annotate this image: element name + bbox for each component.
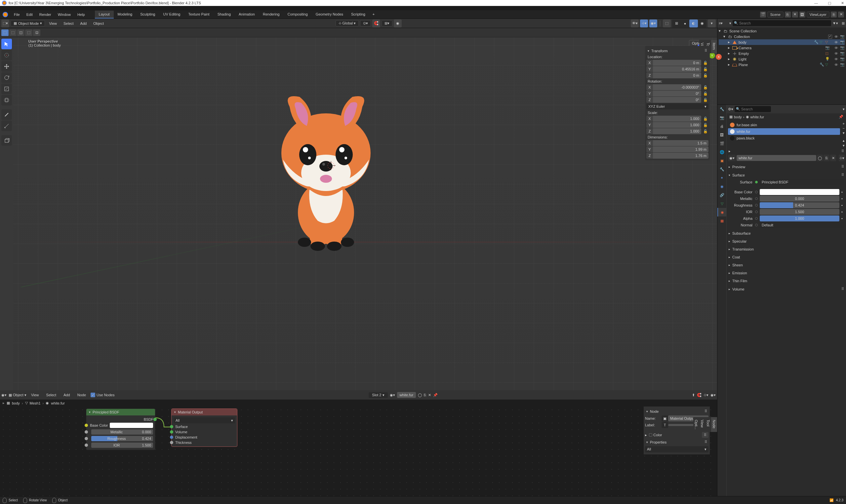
workspace-add-button[interactable]: + [369, 11, 378, 18]
ne-tab-node[interactable]: Node [711, 417, 717, 432]
ne-menu-view[interactable]: View [29, 393, 42, 397]
blender-logo-icon[interactable] [3, 12, 8, 17]
shading-solid[interactable]: ● [681, 19, 689, 28]
ne-object-select[interactable]: ▦ Object ▾ [8, 393, 26, 397]
ptab-tool[interactable]: 🔧 [717, 105, 726, 113]
dim-z[interactable]: 1.76 m [653, 153, 708, 159]
ptab-physics[interactable]: ◉ [717, 182, 726, 191]
shading-wireframe[interactable]: ⊞ [672, 19, 681, 28]
menu-window[interactable]: Window [55, 13, 74, 17]
render-icon[interactable]: 📷 [840, 57, 845, 61]
prop-options-button[interactable]: ▾ [843, 107, 845, 111]
gizmo-y[interactable]: Y [709, 53, 715, 58]
coat-header[interactable]: Coat [728, 254, 844, 260]
shading-dropdown[interactable]: ▾ [708, 19, 716, 28]
gizmo-x[interactable]: X [716, 54, 722, 60]
lock-icon[interactable]: 🔓 [703, 61, 708, 65]
lock-icon[interactable]: 🔓 [703, 73, 708, 78]
viewport-canvas[interactable]: User Perspective (1) Collection | body O… [13, 37, 717, 390]
tool-measure[interactable] [1, 121, 12, 131]
minimize-button[interactable]: — [814, 1, 818, 5]
workspace-rendering[interactable]: Rendering [259, 11, 284, 18]
tool-scale[interactable] [1, 84, 12, 94]
selection-mode-3[interactable]: ◫ [17, 30, 24, 36]
np-color-header[interactable]: ▸ Color⠿ [645, 432, 708, 438]
workspace-uv[interactable]: UV Editing [159, 11, 184, 18]
vp-menu-object[interactable]: Object [91, 21, 106, 25]
pin-button[interactable]: 📌 [839, 115, 843, 119]
lock-icon[interactable]: 🔓 [703, 67, 708, 71]
outliner-item-camera[interactable]: ▸Camera 📷👁📷 [719, 45, 845, 51]
preview-header[interactable]: Preview⠿ [728, 163, 844, 170]
ne-preview-button[interactable]: ◉▾ [710, 393, 716, 397]
menu-edit[interactable]: Edit [23, 13, 36, 17]
orientation-select[interactable]: ⊹ Global ▾ [336, 20, 359, 26]
mode-select[interactable]: ▦ Object Mode ▾ [11, 20, 45, 26]
tool-move[interactable] [1, 61, 12, 72]
mat-browse-button[interactable]: ◉▾ [390, 393, 395, 397]
lock-icon[interactable]: 🔓 [703, 123, 708, 127]
camera-data-icon[interactable]: 📷 [825, 46, 830, 50]
workspace-geonodes[interactable]: Geometry Nodes [312, 11, 347, 18]
snap-select[interactable]: ⊞▾ [381, 20, 392, 26]
mat-new-button[interactable]: ⎘ [424, 393, 426, 397]
emission-header[interactable]: Emission [728, 270, 844, 276]
eye-icon[interactable]: 👁 [834, 52, 839, 55]
ptab-texture[interactable]: ▦ [717, 216, 726, 225]
close-button[interactable]: ✕ [841, 1, 844, 5]
lock-icon[interactable]: 🔓 [703, 98, 708, 102]
eye-icon[interactable]: 👁 [834, 35, 839, 39]
node-material-output[interactable]: Material Output All ▾ Surface Volume Dis… [171, 409, 237, 447]
mat-browse-button[interactable]: ◉▾ [728, 155, 736, 161]
scale-x[interactable]: 1.000 [653, 116, 701, 122]
vp-menu-select[interactable]: Select [61, 21, 76, 25]
ptab-output[interactable]: 🖨 [717, 122, 726, 130]
node-base-color[interactable] [110, 423, 153, 428]
bc-mesh[interactable]: Mesh1 [30, 401, 41, 405]
mat-new[interactable]: ⎘ [824, 155, 829, 161]
viewlayer-browse-button[interactable]: 🖼 [799, 12, 805, 18]
mat-fake-user[interactable]: ◯ [817, 155, 823, 161]
workspace-modeling[interactable]: Modeling [114, 11, 137, 18]
surface-header[interactable]: Surface⠿ [728, 172, 844, 178]
slot-select[interactable]: Slot 2 ▾ [368, 392, 388, 398]
slot-remove-button[interactable]: − [843, 126, 845, 130]
modifier-icon[interactable]: 🔧 [820, 62, 824, 67]
eye-icon[interactable]: 👁 [834, 63, 839, 67]
prop-type-button[interactable]: ⚙▾ [728, 107, 733, 111]
mat-unlink[interactable]: ✕ [830, 155, 836, 161]
ptab-material[interactable]: ◉ [717, 208, 726, 216]
outliner-item-body[interactable]: ▸body 🔧▽▽👁📷 [719, 39, 845, 45]
sheen-header[interactable]: Sheen [728, 262, 844, 268]
workspace-texture[interactable]: Texture Paint [184, 11, 213, 18]
proportional-button[interactable]: ◉ [394, 19, 402, 28]
vp-menu-add[interactable]: Add [78, 21, 90, 25]
outliner-scene-collection[interactable]: ▾🗀Scene Collection [719, 28, 845, 34]
output-target[interactable]: All ▾ [174, 417, 235, 424]
ne-tab-options[interactable]: Opti... [693, 417, 699, 432]
tool-select-box[interactable] [1, 39, 12, 49]
loc-z[interactable]: 0 m [653, 72, 701, 78]
scale-z[interactable]: 1.000 [653, 128, 701, 134]
viewlayer-delete-button[interactable]: ✕ [838, 12, 844, 18]
dim-y[interactable]: 1.99 m [653, 146, 708, 152]
gizmos-button[interactable]: ⊹▾ [640, 19, 648, 28]
scene-browse-button[interactable]: 🎬 [760, 12, 766, 18]
menu-render[interactable]: Render [36, 13, 55, 17]
selection-mode-2[interactable]: ⬚ [9, 30, 17, 36]
render-icon[interactable]: 📷 [840, 62, 845, 67]
dim-x[interactable]: 1.5 m [653, 140, 708, 146]
normal-field[interactable]: Default [760, 222, 844, 228]
outliner-item-plane[interactable]: ▸Plane 🔧▽👁📷 [719, 62, 845, 68]
mat-unlink-button[interactable]: ✕ [428, 393, 431, 397]
specular-header[interactable]: Specular [728, 238, 844, 245]
visibility-button[interactable]: 👁▾ [631, 19, 639, 28]
eye-icon[interactable]: 👁 [834, 40, 839, 44]
ne-tab-view[interactable]: View [699, 417, 705, 432]
new-collection-button[interactable]: ⊞ [842, 21, 845, 25]
lock-icon[interactable]: 🔓 [703, 117, 708, 121]
tool-annotate[interactable] [1, 109, 12, 120]
tool-rotate[interactable] [1, 72, 12, 83]
tool-cursor[interactable] [1, 50, 12, 60]
roughness-field[interactable]: 0.424 [760, 202, 840, 208]
